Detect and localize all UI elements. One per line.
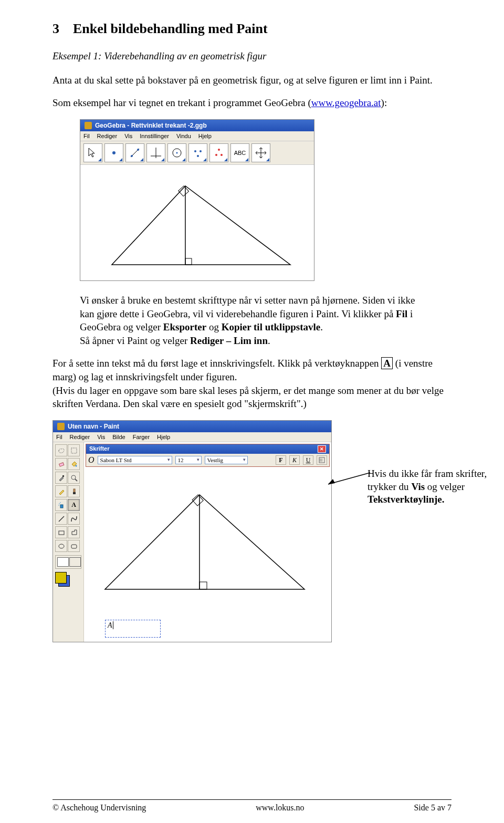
paint-app-icon [57, 423, 65, 430]
text-bg-opaque-icon[interactable] [57, 557, 69, 567]
tool-airbrush-icon[interactable] [55, 499, 67, 511]
gg-tool-arc[interactable] [188, 143, 207, 162]
svg-point-0 [112, 151, 116, 154]
gg-tool-line[interactable] [125, 143, 144, 162]
paint-menu-vis[interactable]: Vis [97, 434, 105, 440]
geogebra-toolbar: ABC [80, 141, 314, 165]
svg-point-27 [60, 502, 60, 503]
font-name-select[interactable]: Sabon LT Std [98, 456, 172, 464]
gg-menu-hjelp[interactable]: Hjelp [198, 133, 212, 139]
text-input-content: A [108, 621, 112, 629]
text-bg-transparent-icon[interactable] [69, 557, 81, 567]
svg-rect-25 [60, 505, 63, 508]
gg-tool-perpendicular[interactable] [146, 143, 165, 162]
gg-menu-vindu[interactable]: Vindu [176, 133, 191, 139]
annot-vis: Vis [411, 481, 425, 492]
gg-menu-innstillinger[interactable]: Innstillinger [140, 133, 169, 139]
tool-brush-icon[interactable] [68, 485, 80, 497]
gg-menu-vis[interactable]: Vis [124, 133, 132, 139]
svg-marker-36 [105, 495, 304, 589]
svg-point-8 [194, 150, 196, 152]
tool-line-icon[interactable] [55, 513, 67, 525]
font-size-select[interactable]: 12 [175, 456, 202, 464]
bold-button[interactable]: F [276, 455, 286, 465]
paragraph-4: For å sette inn tekst må du først lage e… [52, 357, 452, 411]
svg-point-28 [58, 505, 59, 505]
tool-text-icon[interactable]: A [68, 499, 80, 511]
svg-rect-19 [59, 462, 64, 466]
font-script-select[interactable]: Vestlig [205, 456, 248, 464]
tool-fill-icon[interactable] [68, 458, 80, 470]
gg-menu-rediger[interactable]: Rediger [97, 133, 118, 139]
p3-d: og [206, 321, 222, 332]
tool-pencil-icon[interactable] [55, 485, 67, 497]
heading-number: 3 [52, 21, 59, 36]
paint-menu-farger[interactable]: Farger [133, 434, 150, 440]
tool-freeform-select-icon[interactable] [55, 444, 67, 456]
para2-text-b: ): [381, 97, 387, 108]
paragraph-3: Vi ønsker å bruke en bestemt skrifttype … [80, 294, 430, 348]
svg-point-26 [59, 503, 59, 504]
gg-tool-circle[interactable] [167, 143, 186, 162]
gg-tool-text[interactable]: ABC [230, 143, 249, 162]
svg-point-12 [220, 154, 223, 156]
p3-a: Vi ønsker å bruke en bestemt skrifttype … [80, 295, 415, 319]
paint-menu-rediger[interactable]: Rediger [70, 434, 90, 440]
svg-marker-41 [328, 479, 335, 484]
tool-ellipse-icon[interactable] [55, 540, 67, 552]
text-input-box[interactable]: A [105, 620, 161, 638]
footer-center: www.lokus.no [256, 803, 304, 812]
footer-left: © Aschehoug Undervisning [52, 803, 146, 812]
tool-eraser-icon[interactable] [55, 458, 67, 470]
tool-rect-select-icon[interactable] [68, 444, 80, 456]
text-orientation-button[interactable] [317, 455, 327, 465]
p3-liminn: Rediger – Lim inn [190, 335, 268, 346]
fonts-toolbar-close-icon[interactable]: ✕ [318, 445, 326, 453]
para2-text-a: Som eksempel har vi tegnet en trekant i … [52, 97, 311, 108]
gg-menu-fil[interactable]: Fil [83, 133, 90, 139]
geogebra-screenshot: GeoGebra - Rettvinklet trekant -2.ggb Fi… [80, 119, 314, 281]
paint-menu-fil[interactable]: Fil [56, 434, 62, 440]
paint-window-title: Uten navn - Paint [68, 423, 119, 430]
tool-rectangle-icon[interactable] [55, 526, 67, 538]
underline-button[interactable]: U [303, 455, 313, 465]
gg-tool-point[interactable] [104, 143, 123, 162]
subtitle: Eksempel 1: Viderebehandling av en geome… [52, 49, 452, 63]
paint-titlebar: Uten navn - Paint [53, 421, 331, 432]
tool-picker-icon[interactable] [55, 472, 67, 484]
svg-marker-14 [112, 186, 290, 265]
geogebra-titlebar: GeoGebra - Rettvinklet trekant -2.ggb [80, 120, 314, 131]
annot-tekstverk: Tekstverktøylinje. [368, 494, 445, 505]
page-footer: © Aschehoug Undervisning www.lokus.no Si… [52, 799, 452, 812]
paint-menu-bilde[interactable]: Bilde [112, 434, 125, 440]
tool-roundrect-icon[interactable] [68, 540, 80, 552]
svg-point-9 [200, 150, 202, 152]
paint-menu-hjelp[interactable]: Hjelp [157, 434, 170, 440]
paint-canvas[interactable]: A [84, 468, 331, 642]
svg-rect-24 [74, 489, 75, 492]
primary-color-swatch[interactable] [55, 572, 67, 584]
paint-toolbox: A [53, 442, 84, 642]
heading-text: Enkel bildebehandling med Paint [73, 21, 268, 36]
annotation-arrow-icon [326, 467, 373, 488]
tool-curve-icon[interactable] [68, 513, 80, 525]
fonts-toolbar: Skrifter ✕ O Sabon LT Std 12 Vestlig F K… [86, 444, 330, 467]
p3-e: . [320, 321, 323, 332]
color-indicator [55, 572, 77, 588]
svg-rect-30 [59, 531, 64, 535]
gg-tool-pointer[interactable] [83, 143, 102, 162]
p3-g: . [268, 335, 270, 346]
paint-menubar: Fil Rediger Vis Bilde Farger Hjelp [53, 432, 331, 442]
gg-tool-angle[interactable] [209, 143, 228, 162]
italic-button[interactable]: K [289, 455, 300, 465]
svg-rect-18 [71, 448, 77, 453]
geogebra-link[interactable]: www.geogebra.at [311, 97, 381, 108]
gg-tool-move[interactable] [251, 143, 270, 162]
svg-point-31 [59, 544, 64, 548]
tool-options [55, 555, 81, 569]
tool-magnifier-icon[interactable] [68, 472, 80, 484]
svg-rect-38 [200, 582, 207, 589]
page-heading: 3Enkel bildebehandling med Paint [52, 21, 452, 37]
geogebra-canvas [80, 165, 314, 280]
tool-polygon-icon[interactable] [68, 526, 80, 538]
